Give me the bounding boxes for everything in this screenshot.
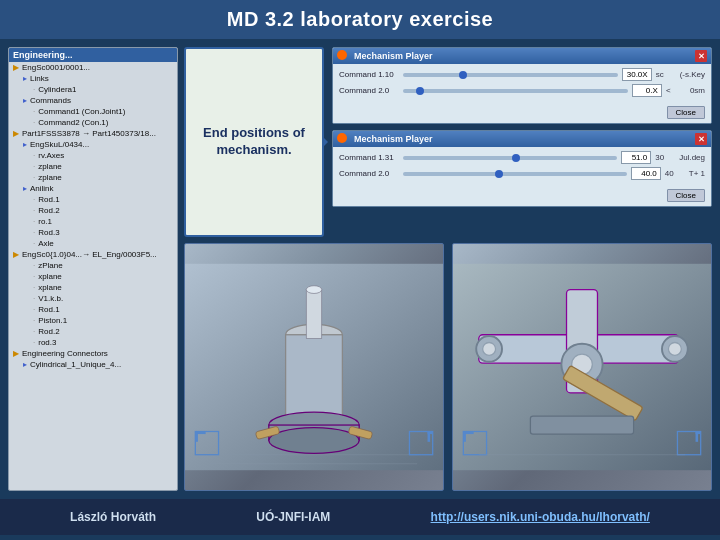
tree-item[interactable]: ▶Engineering Connectors: [9, 348, 177, 359]
tree-item[interactable]: ·zplane: [9, 172, 177, 183]
folder-icon: ·: [33, 107, 35, 116]
tree-item-label: Piston.1: [38, 316, 67, 325]
tree-item-label: Engineering Connectors: [22, 349, 108, 358]
dialog-close-btn-1[interactable]: ✕: [695, 50, 707, 62]
folder-icon: ·: [33, 261, 35, 270]
dialog-close-button-2[interactable]: Close: [667, 189, 705, 202]
tree-item[interactable]: ·Rod.1: [9, 194, 177, 205]
dialog-cmd-label: Command 1.10: [339, 70, 399, 79]
tree-item[interactable]: ·Cylinderа1: [9, 84, 177, 95]
tree-item-label: Anilink: [30, 184, 54, 193]
svg-rect-4: [306, 290, 321, 339]
dialog-value-box: 40.0: [631, 167, 661, 180]
tree-item[interactable]: ·zplane: [9, 161, 177, 172]
dialog-title-2: Mechanism Player: [354, 134, 695, 144]
dialog-title-1: Mechanism Player: [354, 51, 695, 61]
tree-item[interactable]: ▶EngSc0001/0001...: [9, 62, 177, 73]
slider-thumb[interactable]: [416, 87, 424, 95]
slider-track[interactable]: [403, 89, 628, 93]
tree-item-label: Rod.3: [38, 228, 59, 237]
tree-item[interactable]: ▸EngSkuL/0434...: [9, 139, 177, 150]
dialog-footer-2: Close: [333, 187, 711, 206]
tree-item[interactable]: ·Command2 (Con.1): [9, 117, 177, 128]
dialog-body-1: Command 1.1030.0Xsc(-s.KeyCommand 2.00.X…: [333, 64, 711, 104]
tree-item[interactable]: ·Rod.3: [9, 227, 177, 238]
folder-icon: ·: [33, 85, 35, 94]
right-content: End positions of mechanism. Mechanism Pl…: [184, 47, 712, 491]
tree-item[interactable]: ·Piston.1: [9, 315, 177, 326]
folder-icon: ▸: [23, 74, 27, 83]
tree-item-label: Links: [30, 74, 49, 83]
folder-icon: ·: [33, 173, 35, 182]
slider-track[interactable]: [403, 172, 627, 176]
tree-item[interactable]: ·xplane: [9, 282, 177, 293]
folder-icon: ▶: [13, 349, 19, 358]
folder-icon: ▸: [23, 140, 27, 149]
tree-item-label: Command1 (Con.Joint1): [38, 107, 125, 116]
slider-thumb[interactable]: [459, 71, 467, 79]
tree-item[interactable]: ·ro.1: [9, 216, 177, 227]
orange-indicator: [337, 50, 350, 62]
dialog-footer-1: Close: [333, 104, 711, 123]
folder-icon: ▶: [13, 250, 19, 259]
dialog-row-2-1: Command 1.3151.030Jul.deg: [339, 151, 705, 164]
dialog-extra: 0sm: [690, 86, 705, 95]
tree-item-label: zPlane: [38, 261, 62, 270]
slider-track[interactable]: [403, 73, 618, 77]
tree-item[interactable]: ▸Links: [9, 73, 177, 84]
tree-item-label: Rod.1: [38, 195, 59, 204]
dialog-body-2: Command 1.3151.030Jul.degCommand 2.040.0…: [333, 147, 711, 187]
dialog-cmd-label: Command 2.0: [339, 86, 399, 95]
tree-item-label: zplane: [38, 173, 62, 182]
footer-url-link[interactable]: http://users.nik.uni-obuda.hu/lhorvath/: [431, 510, 650, 524]
dialog-unit: 30: [655, 153, 675, 162]
tree-item[interactable]: ·zPlane: [9, 260, 177, 271]
tree-item[interactable]: ·Rod.2: [9, 205, 177, 216]
dialog-extra: T+ 1: [689, 169, 705, 178]
tree-item-label: Cylindrical_1_Unique_4...: [30, 360, 121, 369]
tree-item-label: V1.k.b.: [38, 294, 63, 303]
tree-item[interactable]: ·rod.3: [9, 337, 177, 348]
tree-item[interactable]: ·Command1 (Con.Joint1): [9, 106, 177, 117]
tree-item[interactable]: ▶EngSc0{1.0}04...→ EL_Eng/0003F5...: [9, 249, 177, 260]
tree-item[interactable]: ·Axle: [9, 238, 177, 249]
dialog-row-2-2: Command 2.040.040T+ 1: [339, 167, 705, 180]
folder-icon: ·: [33, 272, 35, 281]
tree-item[interactable]: ▸Commands: [9, 95, 177, 106]
main-content: Engineering... ▶EngSc0001/0001...▸Links·…: [0, 39, 720, 499]
tree-item[interactable]: ▸Anilink: [9, 183, 177, 194]
page-title: MD 3.2 laboratory exercise: [227, 8, 493, 30]
slider-track[interactable]: [403, 156, 617, 160]
folder-icon: ·: [33, 228, 35, 237]
footer-institution: UÓ-JNFI-IAM: [256, 510, 330, 524]
tree-item[interactable]: ·Rod.1: [9, 304, 177, 315]
tree-item-label: EngSc0{1.0}04...→ EL_Eng/0003F5...: [22, 250, 157, 259]
folder-icon: ▸: [23, 360, 27, 369]
tree-item-label: Rod.2: [38, 206, 59, 215]
tree-item[interactable]: ▶Part1FSSS3878 → Part1450373/18...: [9, 128, 177, 139]
footer-author: László Horváth: [70, 510, 156, 524]
tree-item-label: xplane: [38, 283, 62, 292]
tree-item[interactable]: ·xplane: [9, 271, 177, 282]
tree-item[interactable]: ·V1.k.b.: [9, 293, 177, 304]
model-view-2: [452, 243, 712, 491]
annotation-text: End positions of mechanism.: [198, 125, 310, 159]
dialog-titlebar-2: Mechanism Player✕: [333, 131, 711, 147]
tree-item[interactable]: ·rv.Axes: [9, 150, 177, 161]
dialog-close-button-1[interactable]: Close: [667, 106, 705, 119]
models-area: [184, 243, 712, 491]
tree-item[interactable]: ·Rod.2: [9, 326, 177, 337]
folder-icon: ·: [33, 206, 35, 215]
tree-item-label: Rod.2: [38, 327, 59, 336]
slider-thumb[interactable]: [495, 170, 503, 178]
tree-header: Engineering...: [9, 48, 177, 62]
slider-thumb[interactable]: [512, 154, 520, 162]
svg-point-5: [306, 286, 321, 294]
dialog-close-btn-2[interactable]: ✕: [695, 133, 707, 145]
tree-item-label: Part1FSSS3878 → Part1450373/18...: [22, 129, 156, 138]
tree-item-label: rod.3: [38, 338, 56, 347]
svg-rect-32: [463, 432, 466, 442]
folder-icon: ·: [33, 338, 35, 347]
tree-item-label: Command2 (Con.1): [38, 118, 108, 127]
tree-item[interactable]: ▸Cylindrical_1_Unique_4...: [9, 359, 177, 370]
